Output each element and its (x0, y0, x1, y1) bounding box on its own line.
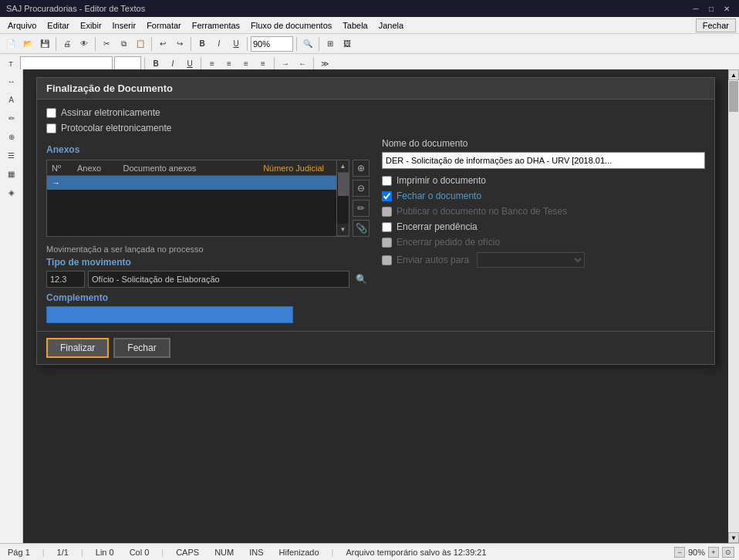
left-panel: ↔ A ✏ ⊕ ☰ ▦ ◈ (0, 69, 23, 543)
fechar-doc-checkbox[interactable] (382, 191, 392, 201)
menu-arquivo[interactable]: Arquivo (3, 19, 41, 32)
protocolar-checkbox[interactable] (46, 123, 56, 133)
preview-btn[interactable]: 👁 (76, 36, 92, 52)
menu-ferramentas[interactable]: Ferramentas (187, 19, 245, 32)
underline-btn[interactable]: U (228, 36, 244, 52)
remove-row-btn[interactable]: ⊖ (353, 180, 370, 197)
left-tool-7[interactable]: ◈ (3, 184, 20, 201)
save-btn[interactable]: 💾 (37, 36, 52, 52)
menu-janela[interactable]: Janela (374, 19, 408, 32)
scroll-thumb[interactable] (338, 173, 349, 196)
sep6 (296, 37, 297, 51)
fechar-dialog-button[interactable]: Fechar (113, 338, 170, 358)
left-tool-4[interactable]: ⊕ (3, 128, 20, 145)
paste-btn[interactable]: 📋 (133, 36, 148, 52)
add-row-btn[interactable]: ⊕ (353, 160, 370, 177)
scroll-track-main[interactable] (728, 80, 739, 532)
left-tool-1[interactable]: ↔ (3, 73, 20, 89)
copy-btn[interactable]: ⧉ (116, 36, 131, 52)
dialog-overlay: Finalização de Documento Assinar eletron… (23, 69, 728, 543)
imprimir-label[interactable]: Imprimir o documento (396, 175, 486, 186)
complemento-bar[interactable] (46, 306, 293, 323)
left-tool-2[interactable]: A (3, 91, 20, 108)
status-hifenizado: Hifenizado (276, 548, 322, 557)
mov-desc-input[interactable]: Ofício - Solicitação de Elaboração (88, 271, 349, 288)
fechar-doc-label[interactable]: Fechar o documento (396, 191, 481, 201)
zoom-out-btn[interactable]: − (674, 547, 685, 558)
print-btn[interactable]: 🖨 (59, 36, 75, 52)
menu-fechar-button[interactable]: Fechar (696, 19, 736, 32)
dialog-buttons: Finalizar Fechar (37, 331, 714, 364)
protocolar-label[interactable]: Protocolar eletronicamente (61, 123, 171, 133)
undo-btn[interactable]: ↩ (155, 36, 170, 52)
imprimir-checkbox[interactable] (382, 176, 392, 186)
table-scrollbar[interactable]: ▲ ▼ (336, 160, 349, 236)
bold-btn[interactable]: B (194, 36, 210, 52)
main-scrollbar[interactable]: ▲ ▼ (728, 69, 739, 543)
mov-search-btn[interactable]: 🔍 (353, 271, 370, 288)
status-caps: CAPS (173, 548, 202, 557)
menu-exibir[interactable]: Exibir (76, 19, 106, 32)
menu-editar[interactable]: Editar (42, 19, 74, 32)
status-bar: Pág 1 | 1/1 | Lin 0 Col 0 | CAPS NUM INS… (0, 543, 739, 560)
menu-fluxo[interactable]: Fluxo de documentos (246, 19, 336, 32)
nome-doc-input[interactable]: DER - Solicitação de informações ao DHA … (382, 152, 705, 169)
anexos-title: Anexos (46, 144, 370, 155)
anexos-table-container: Nº Anexo Documento anexos Número Judicia… (46, 160, 349, 237)
encerrar-pend-checkbox[interactable] (382, 222, 392, 232)
zoom-input[interactable]: 90% (251, 36, 293, 52)
row-doc (119, 176, 232, 191)
table-row[interactable]: → (47, 176, 349, 191)
minimize-button[interactable]: ─ (690, 2, 702, 15)
search-btn[interactable]: 🔍 (300, 36, 316, 52)
open-btn[interactable]: 📂 (20, 36, 35, 52)
zoom-reset-btn[interactable]: ⊙ (722, 547, 734, 558)
status-num: NUM (211, 548, 237, 557)
scroll-down-btn[interactable]: ▼ (337, 224, 349, 236)
movimentacao-section-label: Movimentação a ser lançada no processo (46, 245, 370, 254)
assinar-checkbox[interactable] (46, 108, 56, 118)
publicar-label: Publicar o documento no Banco de Teses (396, 206, 567, 217)
sep1 (56, 37, 56, 51)
scroll-up-arrow[interactable]: ▲ (728, 69, 739, 80)
sep4 (191, 37, 191, 51)
nome-doc-label: Nome do documento (382, 138, 705, 149)
left-tool-5[interactable]: ☰ (3, 147, 20, 164)
new-btn[interactable]: 📄 (3, 36, 19, 52)
status-ins: INS (246, 548, 266, 557)
anexos-section: Anexos Nº Anexo (46, 144, 370, 237)
edit-row-btn[interactable]: ✏ (353, 200, 370, 217)
left-tool-3[interactable]: ✏ (3, 110, 20, 127)
image-btn[interactable]: 🖼 (339, 36, 355, 52)
row-judicial (232, 176, 329, 191)
scroll-up-btn[interactable]: ▲ (337, 160, 349, 173)
encerrar-oficio-row: Encerrar pedido de ofício (382, 237, 705, 248)
close-button[interactable]: ✕ (720, 2, 733, 15)
mov-code-input[interactable]: 12.3 (46, 271, 85, 288)
redo-btn[interactable]: ↪ (172, 36, 187, 52)
left-tool-6[interactable]: ▦ (3, 165, 20, 182)
italic-btn[interactable]: I (211, 36, 227, 52)
assinar-label[interactable]: Assinar eletronicamente (61, 107, 160, 118)
enviar-autos-select (477, 252, 585, 268)
menu-bar: Arquivo Editar Exibir Inserir Formatar F… (0, 17, 739, 34)
table-wrapper: Nº Anexo Documento anexos Número Judicia… (46, 160, 349, 237)
menu-formatar[interactable]: Formatar (142, 19, 186, 32)
finalizar-button[interactable]: Finalizar (46, 338, 109, 358)
table-body: → (47, 176, 349, 237)
menu-inserir[interactable]: Inserir (108, 19, 141, 32)
zoom-control: − 90% + ⊙ (674, 547, 734, 558)
menu-tabela[interactable]: Tabela (338, 19, 372, 32)
cut-btn[interactable]: ✂ (99, 36, 114, 52)
enviar-autos-label: Enviar autos para (396, 255, 469, 265)
status-pages: 1/1 (54, 548, 72, 557)
attach-btn[interactable]: 📎 (353, 220, 370, 237)
maximize-button[interactable]: □ (705, 2, 717, 15)
scroll-thumb-main[interactable] (729, 81, 738, 112)
scroll-down-arrow[interactable]: ▼ (728, 532, 739, 543)
zoom-in-btn[interactable]: + (708, 547, 719, 558)
status-autosave: Arquivo temporário salvo às 12:39:21 (343, 548, 489, 557)
table-btn[interactable]: ⊞ (322, 36, 338, 52)
encerrar-pend-label[interactable]: Encerrar pendência (396, 221, 477, 232)
publicar-row: Publicar o documento no Banco de Teses (382, 206, 705, 217)
